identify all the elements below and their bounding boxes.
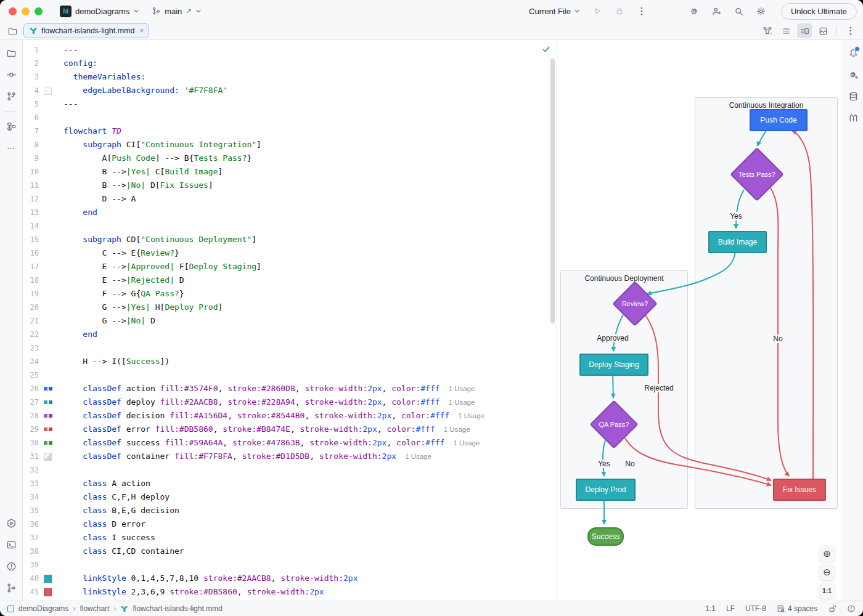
code-text[interactable]: subgraph CD["Continuous Deployment"] — [59, 233, 256, 246]
tab-close-icon[interactable]: × — [139, 26, 144, 35]
editor-line[interactable]: 35 class B,E,G decision — [23, 504, 557, 517]
commit-tool-button[interactable] — [3, 67, 19, 83]
mermaid-panel-button[interactable] — [845, 110, 861, 126]
split-view-button[interactable] — [797, 23, 812, 38]
code-text[interactable]: class A action — [59, 477, 150, 490]
editor-line[interactable]: 14 — [23, 219, 557, 233]
maximize-window-button[interactable] — [35, 7, 43, 15]
editor-line[interactable]: 21 G -->|No| D — [23, 314, 557, 328]
editor-line[interactable]: 28 classDef decision fill:#A156D4, strok… — [23, 409, 557, 423]
code-text[interactable]: B -->|No| D[Fix Issues] — [59, 179, 213, 192]
color-preview-chip[interactable] — [44, 387, 47, 391]
editor-line[interactable]: 2config: — [23, 57, 557, 70]
code-editor[interactable]: 1---2config:3 themeVariables:4 edgeLabel… — [23, 40, 557, 601]
editor-line[interactable]: 23 — [23, 341, 557, 355]
code-text[interactable]: class B,E,G decision — [59, 504, 179, 517]
editor-line[interactable]: 17 E -->|Approved| F[Deploy Staging] — [23, 260, 557, 274]
editor-line[interactable]: 7flowchart TD — [23, 124, 557, 138]
editor-line[interactable]: 9 A[Push Code] --> B{Tests Pass?} — [23, 152, 557, 165]
editor-line[interactable]: 30 classDef success fill:#59A64A, stroke… — [23, 436, 557, 450]
editor-line[interactable]: 27 classDef deploy fill:#2AACB8, stroke:… — [23, 395, 557, 409]
more-tool-windows-button[interactable]: ⋯ — [3, 140, 19, 156]
code-text[interactable] — [59, 368, 63, 382]
code-text[interactable] — [59, 341, 63, 355]
editor-line[interactable]: 39 — [23, 558, 557, 572]
code-text[interactable]: edgeLabelBackground: '#F7F8FA' — [59, 84, 227, 97]
editor-line[interactable]: 22 end — [23, 328, 557, 341]
git-tool-button[interactable] — [3, 580, 19, 596]
ai-assistant-button[interactable] — [686, 2, 703, 20]
code-text[interactable]: end — [59, 328, 97, 341]
editor-more-options-button[interactable]: ⋮ — [843, 23, 858, 38]
code-text[interactable]: flowchart TD — [59, 124, 121, 138]
breadcrumb-project[interactable]: demoDiagrams — [18, 604, 68, 613]
vcs-graph-tool-button[interactable] — [3, 88, 19, 104]
close-window-button[interactable] — [9, 7, 17, 15]
editor-line[interactable]: 15 subgraph CD["Continuous Deployment"] — [23, 233, 557, 246]
color-preview-chip[interactable] — [44, 575, 52, 583]
editor-line[interactable]: 6 — [23, 111, 557, 124]
run-more-actions-button[interactable]: ⋮ — [633, 2, 650, 20]
structure-tool-button[interactable] — [3, 118, 19, 134]
project-widget[interactable]: M demoDiagrams — [56, 4, 143, 19]
code-text[interactable] — [59, 463, 63, 477]
code-text[interactable]: classDef container fill:#F7F8FA, stroke:… — [59, 450, 432, 463]
code-text[interactable]: --- — [59, 43, 78, 57]
code-text[interactable]: E -->|Approved| F[Deploy Staging] — [59, 260, 261, 274]
project-view-toggle-button[interactable] — [5, 23, 20, 38]
editor-line[interactable]: 1--- — [23, 43, 557, 57]
color-preview-chip[interactable] — [44, 441, 47, 445]
code-text[interactable]: G -->|Yes| H[Deploy Prod] — [59, 301, 223, 314]
code-text[interactable]: linkStyle 0,1,4,5,7,8,10 stroke:#2AACB8,… — [59, 572, 358, 585]
code-text[interactable]: class C,F,H deploy — [59, 490, 170, 504]
breadcrumb-file[interactable]: flowchart-islands-light.mmd — [133, 604, 222, 613]
project-tool-button[interactable] — [3, 45, 19, 61]
database-button[interactable] — [845, 88, 861, 104]
code-text[interactable]: subgraph CI["Continuous Integration"] — [59, 138, 261, 152]
code-text[interactable]: class I success — [59, 531, 155, 545]
editor-line[interactable]: 24 H --> I([Success]) — [23, 355, 557, 368]
problems-tool-button[interactable] — [3, 558, 19, 574]
inspection-ok-icon[interactable] — [542, 45, 550, 54]
code-with-me-button[interactable] — [708, 2, 726, 20]
code-text[interactable]: D --> A — [59, 192, 136, 206]
code-text[interactable]: classDef error fill:#DB5860, stroke:#B84… — [59, 423, 470, 436]
code-text[interactable]: A[Push Code] --> B{Tests Pass?} — [59, 152, 252, 165]
code-text[interactable] — [59, 111, 63, 124]
branch-widget[interactable]: main ↗ — [148, 5, 205, 18]
code-text[interactable] — [59, 558, 63, 572]
code-text[interactable]: class D error — [59, 517, 145, 531]
run-configuration-selector[interactable]: Current File — [525, 5, 584, 18]
color-preview-chip[interactable] — [44, 400, 47, 404]
editor-line[interactable]: 16 C --> E{Review?} — [23, 246, 557, 260]
mermaid-filter-button[interactable]: ? — [760, 23, 775, 38]
color-preview-chip[interactable] — [49, 441, 52, 445]
editor-line[interactable]: 4 edgeLabelBackground: '#F7F8FA' — [23, 84, 557, 97]
color-preview-chip[interactable] — [44, 453, 52, 461]
zoom-out-button[interactable]: ⊖ — [819, 564, 835, 580]
editor-line[interactable]: 32 — [23, 463, 557, 477]
code-text[interactable] — [59, 219, 63, 233]
code-text[interactable]: H --> I([Success]) — [59, 355, 170, 368]
code-text[interactable]: C --> E{Review?} — [59, 246, 179, 260]
readonly-toggle-widget[interactable] — [828, 604, 836, 613]
ai-chat-button[interactable] — [845, 67, 861, 83]
caret-position-widget[interactable]: 1:1 — [705, 604, 716, 613]
color-preview-chip[interactable] — [44, 87, 52, 95]
editor-line[interactable]: 29 classDef error fill:#DB5860, stroke:#… — [23, 423, 557, 436]
inspection-widget[interactable] — [847, 604, 856, 613]
editor-line[interactable]: 13 end — [23, 206, 557, 219]
code-text[interactable]: linkStyle 2,3,6,9 stroke:#DB5860, stroke… — [59, 585, 324, 599]
editor-line[interactable]: 3 themeVariables: — [23, 70, 557, 84]
editor-line[interactable]: 12 D --> A — [23, 192, 557, 206]
usage-inlay-hint[interactable]: 1 Usage — [449, 385, 475, 392]
debug-button[interactable] — [611, 2, 628, 20]
color-preview-chip[interactable] — [49, 428, 52, 431]
services-tool-button[interactable] — [3, 515, 19, 531]
editor-line[interactable]: 19 F --> G{QA Pass?} — [23, 287, 557, 301]
code-text[interactable]: classDef success fill:#59A64A, stroke:#4… — [59, 436, 480, 450]
zoom-in-button[interactable]: ⊕ — [819, 545, 835, 562]
editor-line[interactable]: 41 linkStyle 2,3,6,9 stroke:#DB5860, str… — [23, 585, 557, 599]
unlock-ultimate-button[interactable]: Unlock Ultimate — [781, 3, 857, 20]
code-text[interactable]: config: — [59, 57, 97, 70]
